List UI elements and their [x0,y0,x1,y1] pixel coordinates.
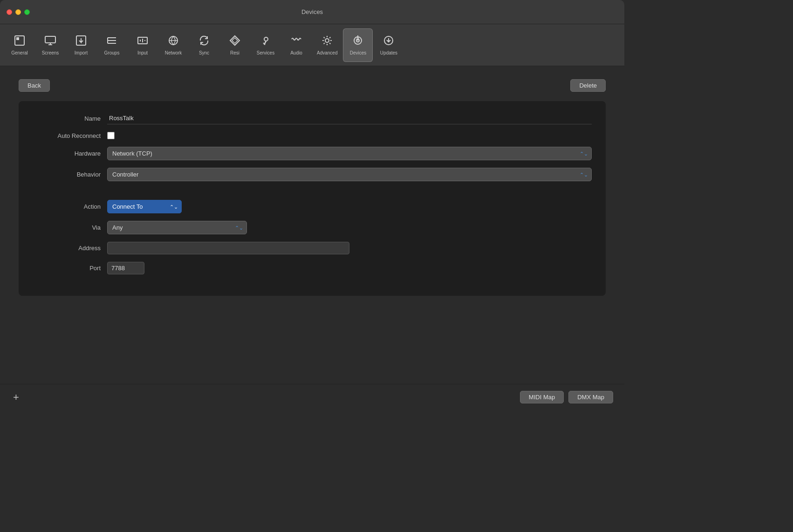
hardware-row: Hardware Network (TCP) Network (UDP) Ser… [33,147,592,160]
input-icon [137,34,149,48]
address-label: Address [33,245,107,252]
services-icon [260,34,272,48]
hardware-label: Hardware [33,150,107,157]
via-row: Via Any Ethernet Wi-Fi ⌃⌄ [33,221,592,234]
toolbar-item-services[interactable]: Services [251,28,280,62]
close-button[interactable] [7,9,12,15]
sync-label: Sync [199,50,209,55]
audio-label: Audio [290,50,302,55]
resi-label: Resi [230,50,239,55]
minimize-button[interactable] [15,9,21,15]
resi-icon [229,34,241,48]
updates-label: Updates [380,50,397,55]
back-button[interactable]: Back [19,79,50,92]
toolbar-item-general[interactable]: General [5,28,34,62]
via-label: Via [33,224,107,231]
toolbar-item-updates[interactable]: Updates [374,28,403,62]
dmx-map-button[interactable]: DMX Map [568,391,613,403]
hardware-select[interactable]: Network (TCP) Network (UDP) Serial [107,147,592,160]
behavior-select[interactable]: Controller Listener [107,168,592,181]
bottom-right-buttons: MIDI Map DMX Map [520,391,613,403]
svg-rect-1 [16,37,19,40]
form-panel: Name Auto Reconnect Hardware Network (TC… [19,101,606,296]
import-icon [75,34,87,48]
toolbar-item-audio[interactable]: Audio [281,28,311,62]
toolbar-item-sync[interactable]: Sync [189,28,219,62]
hardware-select-wrapper: Network (TCP) Network (UDP) Serial ⌃⌄ [107,147,592,160]
toolbar-item-input[interactable]: Input [128,28,157,62]
midi-map-button[interactable]: MIDI Map [520,391,564,403]
general-icon [14,34,26,48]
toolbar-item-devices[interactable]: Devices [343,28,373,62]
toolbar-item-network[interactable]: Network [158,28,188,62]
port-label: Port [33,265,107,272]
toolbar-item-import[interactable]: Import [66,28,96,62]
auto-reconnect-row: Auto Reconnect [33,132,592,139]
action-row: Action Connect To Listen On ⌃⌄ [33,200,592,213]
behavior-row: Behavior Controller Listener ⌃⌄ [33,168,592,181]
advanced-icon [321,34,333,48]
network-label: Network [165,50,182,55]
import-label: Import [75,50,88,55]
network-icon [167,34,179,48]
svg-marker-17 [232,38,238,43]
audio-icon [290,34,302,48]
services-label: Services [257,50,274,55]
auto-reconnect-label: Auto Reconnect [33,132,107,139]
address-row: Address [33,242,592,254]
advanced-label: Advanced [317,50,337,55]
via-select[interactable]: Any Ethernet Wi-Fi [107,221,247,234]
via-select-wrapper: Any Ethernet Wi-Fi ⌃⌄ [107,221,247,234]
toolbar-item-screens[interactable]: Screens [35,28,65,62]
fullscreen-button[interactable] [24,9,30,15]
delete-button[interactable]: Delete [570,79,606,92]
sync-icon [198,34,210,48]
screens-icon [44,34,56,48]
devices-label: Devices [350,50,367,55]
name-row: Name [33,112,592,124]
action-select-wrapper: Connect To Listen On ⌃⌄ [107,200,182,213]
main-content: Back Delete Name Auto Reconnect Hardware… [0,66,624,384]
traffic-lights [7,9,30,15]
action-label: Action [33,203,107,210]
toolbar-item-resi[interactable]: Resi [220,28,250,62]
groups-icon [106,34,118,48]
toolbar-item-advanced[interactable]: Advanced [312,28,342,62]
toolbar-item-groups[interactable]: Groups [97,28,127,62]
address-input[interactable] [107,242,349,254]
action-select[interactable]: Connect To Listen On [107,200,182,213]
port-input[interactable] [107,262,144,274]
auto-reconnect-checkbox[interactable] [107,132,115,139]
window-title: Devices [301,8,323,15]
add-button[interactable]: + [11,392,21,402]
devices-icon [352,34,364,48]
general-label: General [11,50,28,55]
screens-label: Screens [42,50,59,55]
bottom-bar: + MIDI Map DMX Map [0,384,624,410]
port-row: Port [33,262,592,274]
updates-icon [383,34,395,48]
name-label: Name [33,115,107,122]
titlebar: Devices [0,0,624,24]
name-input[interactable] [107,112,592,124]
svg-point-18 [264,37,268,41]
behavior-select-wrapper: Controller Listener ⌃⌄ [107,168,592,181]
input-label: Input [137,50,148,55]
behavior-label: Behavior [33,171,107,178]
svg-rect-2 [45,36,55,43]
top-buttons-row: Back Delete [19,79,606,92]
toolbar: General Screens Import [0,24,624,66]
groups-label: Groups [104,50,120,55]
svg-point-21 [325,39,329,42]
